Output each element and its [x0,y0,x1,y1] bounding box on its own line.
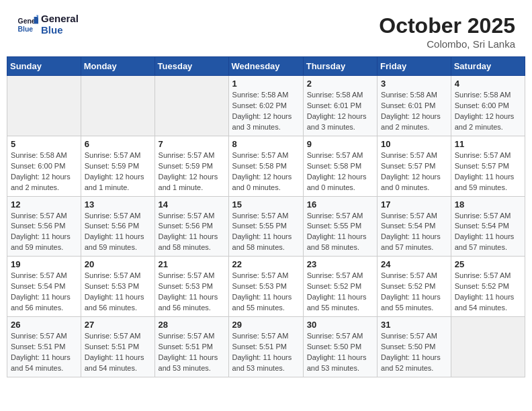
day-info: Sunrise: 5:57 AM Sunset: 5:51 PM Dayligh… [232,331,300,374]
day-info: Sunrise: 5:57 AM Sunset: 5:57 PM Dayligh… [455,150,521,193]
calendar-cell: 24Sunrise: 5:57 AM Sunset: 5:52 PM Dayli… [378,257,451,317]
month-year-title: October 2025 [379,13,515,38]
day-number: 30 [307,320,373,330]
calendar-week-row: 1Sunrise: 5:58 AM Sunset: 6:02 PM Daylig… [7,76,525,136]
day-info: Sunrise: 5:57 AM Sunset: 5:53 PM Dayligh… [85,271,151,314]
calendar-cell: 15Sunrise: 5:57 AM Sunset: 5:55 PM Dayli… [228,196,303,257]
day-number: 25 [455,259,521,269]
day-info: Sunrise: 5:58 AM Sunset: 6:00 PM Dayligh… [11,150,77,193]
day-number: 5 [11,139,77,149]
calendar-cell: 20Sunrise: 5:57 AM Sunset: 5:53 PM Dayli… [81,257,154,317]
calendar-cell: 5Sunrise: 5:58 AM Sunset: 6:00 PM Daylig… [7,136,81,196]
day-number: 23 [307,259,373,269]
calendar-cell [81,76,154,136]
day-info: Sunrise: 5:58 AM Sunset: 6:01 PM Dayligh… [381,90,447,133]
day-info: Sunrise: 5:57 AM Sunset: 5:53 PM Dayligh… [232,271,300,314]
calendar-cell: 16Sunrise: 5:57 AM Sunset: 5:55 PM Dayli… [303,196,377,257]
day-info: Sunrise: 5:57 AM Sunset: 5:54 PM Dayligh… [381,211,447,254]
day-number: 19 [11,259,77,269]
day-info: Sunrise: 5:57 AM Sunset: 5:54 PM Dayligh… [455,211,521,254]
day-info: Sunrise: 5:57 AM Sunset: 5:56 PM Dayligh… [85,211,151,254]
calendar-week-row: 26Sunrise: 5:57 AM Sunset: 5:51 PM Dayli… [7,317,525,377]
calendar-cell: 12Sunrise: 5:57 AM Sunset: 5:56 PM Dayli… [7,196,81,257]
page-header: General Blue General Blue October 2025 C… [7,7,525,53]
day-number: 18 [455,199,521,210]
calendar-cell: 4Sunrise: 5:58 AM Sunset: 6:00 PM Daylig… [451,76,525,136]
calendar-cell: 30Sunrise: 5:57 AM Sunset: 5:50 PM Dayli… [303,317,377,377]
day-info: Sunrise: 5:57 AM Sunset: 5:52 PM Dayligh… [307,271,373,314]
calendar-cell: 2Sunrise: 5:58 AM Sunset: 6:01 PM Daylig… [303,76,377,136]
day-number: 14 [159,199,225,210]
title-block: October 2025 Colombo, Sri Lanka [379,13,515,50]
svg-text:Blue: Blue [18,25,34,32]
day-info: Sunrise: 5:58 AM Sunset: 6:00 PM Dayligh… [455,90,521,133]
calendar-cell: 21Sunrise: 5:57 AM Sunset: 5:53 PM Dayli… [154,257,228,317]
calendar-cell [7,76,81,136]
day-number: 28 [159,320,225,330]
day-info: Sunrise: 5:58 AM Sunset: 6:01 PM Dayligh… [307,90,373,133]
calendar-cell: 8Sunrise: 5:57 AM Sunset: 5:58 PM Daylig… [228,136,303,196]
day-info: Sunrise: 5:57 AM Sunset: 5:59 PM Dayligh… [159,150,225,193]
day-info: Sunrise: 5:57 AM Sunset: 5:55 PM Dayligh… [232,211,300,254]
weekday-header-thursday: Thursday [303,57,377,76]
calendar-cell: 26Sunrise: 5:57 AM Sunset: 5:51 PM Dayli… [7,317,81,377]
weekday-header-saturday: Saturday [451,57,525,76]
day-number: 9 [307,139,373,149]
day-info: Sunrise: 5:57 AM Sunset: 5:53 PM Dayligh… [159,271,225,314]
logo-icon: General Blue [17,14,38,36]
day-number: 12 [11,199,77,210]
svg-marker-2 [34,17,38,24]
day-info: Sunrise: 5:57 AM Sunset: 5:50 PM Dayligh… [381,331,447,374]
calendar-cell: 10Sunrise: 5:57 AM Sunset: 5:57 PM Dayli… [378,136,451,196]
calendar-cell: 25Sunrise: 5:57 AM Sunset: 5:52 PM Dayli… [451,257,525,317]
calendar-cell: 27Sunrise: 5:57 AM Sunset: 5:51 PM Dayli… [81,317,154,377]
weekday-header-wednesday: Wednesday [228,57,303,76]
day-info: Sunrise: 5:57 AM Sunset: 5:56 PM Dayligh… [11,211,77,254]
day-number: 22 [232,259,300,269]
calendar-cell [154,76,228,136]
calendar-cell: 29Sunrise: 5:57 AM Sunset: 5:51 PM Dayli… [228,317,303,377]
day-number: 17 [381,199,447,210]
day-number: 29 [232,320,300,330]
calendar-cell: 13Sunrise: 5:57 AM Sunset: 5:56 PM Dayli… [81,196,154,257]
calendar-cell: 7Sunrise: 5:57 AM Sunset: 5:59 PM Daylig… [154,136,228,196]
day-info: Sunrise: 5:57 AM Sunset: 5:51 PM Dayligh… [85,331,151,374]
day-number: 4 [455,79,521,89]
day-number: 31 [381,320,447,330]
calendar-cell: 18Sunrise: 5:57 AM Sunset: 5:54 PM Dayli… [451,196,525,257]
day-number: 15 [232,199,300,210]
calendar-cell: 9Sunrise: 5:57 AM Sunset: 5:58 PM Daylig… [303,136,377,196]
day-number: 3 [381,79,447,89]
calendar-cell: 28Sunrise: 5:57 AM Sunset: 5:51 PM Dayli… [154,317,228,377]
calendar-cell [451,317,525,377]
day-info: Sunrise: 5:57 AM Sunset: 5:52 PM Dayligh… [455,271,521,314]
weekday-header-tuesday: Tuesday [154,57,228,76]
weekday-header-row: SundayMondayTuesdayWednesdayThursdayFrid… [7,57,525,76]
day-info: Sunrise: 5:57 AM Sunset: 5:51 PM Dayligh… [159,331,225,374]
location-subtitle: Colombo, Sri Lanka [379,38,515,50]
calendar-cell: 31Sunrise: 5:57 AM Sunset: 5:50 PM Dayli… [378,317,451,377]
calendar-week-row: 19Sunrise: 5:57 AM Sunset: 5:54 PM Dayli… [7,257,525,317]
calendar-cell: 1Sunrise: 5:58 AM Sunset: 6:02 PM Daylig… [228,76,303,136]
day-info: Sunrise: 5:57 AM Sunset: 5:50 PM Dayligh… [307,331,373,374]
calendar-cell: 23Sunrise: 5:57 AM Sunset: 5:52 PM Dayli… [303,257,377,317]
weekday-header-friday: Friday [378,57,451,76]
day-info: Sunrise: 5:58 AM Sunset: 6:02 PM Dayligh… [232,90,300,133]
logo-blue-text: Blue [41,25,79,36]
day-number: 26 [11,320,77,330]
calendar-cell: 19Sunrise: 5:57 AM Sunset: 5:54 PM Dayli… [7,257,81,317]
logo-general-text: General [41,13,79,25]
day-number: 20 [85,259,151,269]
day-number: 24 [381,259,447,269]
calendar-week-row: 12Sunrise: 5:57 AM Sunset: 5:56 PM Dayli… [7,196,525,257]
day-number: 2 [307,79,373,89]
weekday-header-sunday: Sunday [7,57,81,76]
day-info: Sunrise: 5:57 AM Sunset: 5:58 PM Dayligh… [232,150,300,193]
day-info: Sunrise: 5:57 AM Sunset: 5:54 PM Dayligh… [11,271,77,314]
calendar-cell: 17Sunrise: 5:57 AM Sunset: 5:54 PM Dayli… [378,196,451,257]
calendar-table: SundayMondayTuesdayWednesdayThursdayFrid… [7,56,525,377]
day-number: 7 [159,139,225,149]
day-info: Sunrise: 5:57 AM Sunset: 5:55 PM Dayligh… [307,211,373,254]
day-info: Sunrise: 5:57 AM Sunset: 5:59 PM Dayligh… [85,150,151,193]
day-info: Sunrise: 5:57 AM Sunset: 5:57 PM Dayligh… [381,150,447,193]
